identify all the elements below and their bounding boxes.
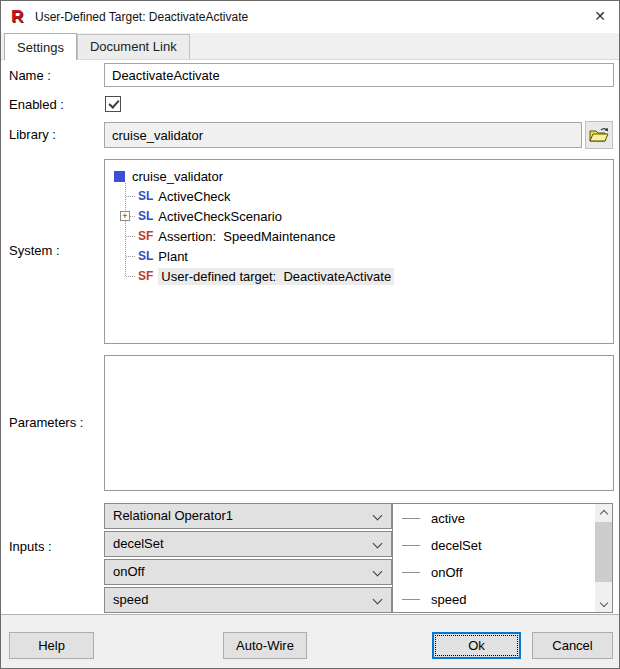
signal-row: speed [393,585,612,612]
auto-wire-button[interactable]: Auto-Wire [223,632,307,659]
cancel-button[interactable]: Cancel [532,632,613,659]
chevron-up-icon [599,509,607,517]
tree-item-label: ActiveCheckScenario [158,209,282,224]
signal-row: onOff [393,558,612,585]
chevron-down-icon [599,598,607,606]
tree-item-label: ActiveCheck [158,189,230,204]
tree-branch-icon [126,276,135,277]
scroll-down-button[interactable] [595,596,612,612]
titlebar: R User-Defined Target: DeactivateActivat… [1,1,619,33]
tree-row[interactable]: + SL ActiveCheckScenario [105,206,613,226]
chevron-down-icon [373,567,383,577]
input-source-dropdown-2[interactable]: decelSet [104,531,392,557]
expand-plus-icon[interactable]: + [120,211,130,221]
simulink-type-badge: SL [138,189,153,203]
scroll-up-button[interactable] [595,504,612,520]
simulink-type-badge: SL [138,249,153,263]
signal-row: decelSet [393,531,612,558]
chevron-down-icon [373,511,383,521]
tree-item-label: Plant [158,249,188,264]
tree-root-label: cruise_validator [132,169,223,184]
browse-library-button[interactable] [585,121,613,149]
ok-button[interactable]: Ok [432,632,521,659]
enabled-label: Enabled : [9,97,64,112]
name-input[interactable] [104,63,614,87]
signal-wire-icon [402,518,420,519]
stateflow-type-badge: SF [138,269,153,283]
tree-item-label: Assertion: SpeedMaintenance [158,229,335,244]
input-signals-panel: active decelSet onOff speed [392,503,613,613]
name-label: Name : [9,68,51,83]
signal-name: onOff [431,565,463,580]
input-source-dropdown-3[interactable]: onOff [104,559,392,585]
signals-scrollbar[interactable] [595,504,612,612]
user-defined-target-dialog: R User-Defined Target: DeactivateActivat… [0,0,620,669]
parameters-list[interactable] [104,355,614,491]
tree-branch-icon [126,256,135,257]
system-tree: cruise_validator SL ActiveCheck + SL Act… [104,159,614,344]
tree-row[interactable]: SF Assertion: SpeedMaintenance [105,226,613,246]
app-logo-r-icon: R [11,7,23,27]
tree-row-root[interactable]: cruise_validator [105,166,613,186]
close-icon[interactable]: ✕ [594,8,606,24]
scroll-thumb[interactable] [595,522,612,582]
signal-name: active [431,511,465,526]
tree-branch-icon [126,236,135,237]
tab-document-link[interactable]: Document Link [77,34,190,59]
tree-row[interactable]: SL ActiveCheck [105,186,613,206]
parameters-label: Parameters : [9,415,83,430]
dropdown-value: decelSet [113,536,164,551]
open-folder-icon [589,127,609,143]
system-label: System : [9,243,60,258]
signal-wire-icon [402,545,420,546]
input-source-dropdown-1[interactable]: Relational Operator1 [104,503,392,529]
simulink-type-badge: SL [138,209,153,223]
chevron-down-icon [373,595,383,605]
inputs-label: Inputs : [9,539,52,554]
settings-tab-content: Name : Enabled : Library : System : crui… [1,60,619,614]
tree-item-label: User-defined target: DeactivateActivate [158,268,394,285]
tab-settings[interactable]: Settings [4,33,77,60]
dropdown-value: speed [113,592,148,607]
dropdown-value: onOff [113,564,145,579]
signal-wire-icon [402,572,420,573]
chevron-down-icon [373,539,383,549]
tab-bar: Settings Document Link [1,33,619,59]
tab-content-divider [1,59,619,60]
model-root-icon [114,171,125,182]
dialog-footer: Help Auto-Wire Ok Cancel [1,614,619,669]
signal-name: decelSet [431,538,482,553]
help-button[interactable]: Help [9,632,94,659]
dropdown-value: Relational Operator1 [113,508,233,523]
tree-row[interactable]: SL Plant [105,246,613,266]
library-path-input[interactable] [104,122,582,148]
input-source-dropdown-4[interactable]: speed [104,587,392,613]
tree-row-selected[interactable]: SF User-defined target: DeactivateActiva… [105,266,613,286]
tree-branch-icon [126,196,135,197]
enabled-checkbox[interactable] [105,96,121,112]
signal-wire-icon [402,599,420,600]
signal-name: speed [431,592,466,607]
window-title: User-Defined Target: DeactivateActivate [35,10,248,24]
stateflow-type-badge: SF [138,229,153,243]
signal-row: active [393,504,612,531]
library-label: Library : [9,127,56,142]
